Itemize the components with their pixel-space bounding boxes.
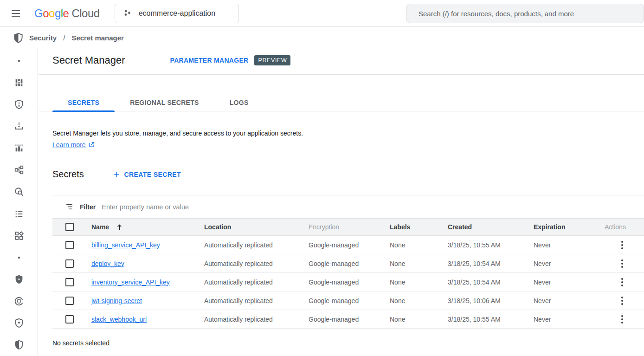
nav-dot-icon-2[interactable] [0, 246, 38, 268]
breadcrumb-section[interactable]: Security [29, 34, 57, 42]
secret-name-link[interactable]: deploy_key [91, 260, 124, 267]
column-header-labels[interactable]: Labels [390, 223, 448, 231]
secrets-section-heading: Secrets [52, 169, 84, 180]
google-wordmark: Google [34, 7, 69, 20]
select-all-checkbox[interactable] [65, 223, 74, 231]
cell-location: Automatically replicated [204, 316, 309, 323]
cell-expiration: Never [534, 316, 594, 323]
table-row: billing_service_API_key Automatically re… [52, 236, 644, 254]
secrets-table: Filter Name Location Encryption Labels C… [52, 195, 644, 329]
cell-created: 3/18/25, 10:55 AM [448, 241, 534, 249]
row-actions-menu-icon[interactable] [617, 258, 628, 269]
cell-labels: None [390, 260, 448, 267]
table-body: billing_service_API_key Automatically re… [52, 236, 644, 329]
cell-labels: None [390, 297, 448, 304]
page-description: Secret Manager lets you store, manage, a… [52, 129, 303, 137]
cell-expiration: Never [534, 297, 594, 304]
column-header-expiration[interactable]: Expiration [534, 223, 594, 231]
nav-dot-icon[interactable] [0, 50, 38, 71]
shield-plus-icon[interactable] [0, 312, 38, 334]
services-grid-icon[interactable] [0, 225, 38, 246]
project-name: ecommerce-application [139, 9, 215, 18]
tab-regional-secrets[interactable]: REGIONAL SECRETS [115, 94, 214, 111]
filter-bar: Filter [52, 195, 644, 218]
overview-icon[interactable] [0, 71, 38, 93]
filter-label: Filter [80, 203, 96, 211]
posture-chart-icon[interactable] [0, 137, 38, 159]
secret-name-link[interactable]: billing_service_API_key [91, 241, 160, 249]
cell-expiration: Never [534, 241, 594, 249]
cell-created: 3/18/25, 10:54 AM [448, 260, 534, 267]
column-header-actions: Actions [594, 223, 644, 231]
security-half-shield-icon[interactable] [0, 334, 38, 356]
table-row: deploy_key Automatically replicated Goog… [52, 254, 644, 273]
breadcrumb: Security / Secret manager [0, 27, 644, 48]
top-app-bar: Google Cloud ecommerce-application [0, 0, 644, 27]
cell-encryption: Google-managed [309, 316, 390, 323]
breadcrumb-page: Secret manager [71, 34, 124, 42]
row-actions-menu-icon[interactable] [617, 277, 628, 288]
threat-search-icon[interactable] [0, 181, 38, 203]
secret-name-link[interactable]: jwt-signing-secret [91, 297, 142, 304]
create-secret-button[interactable]: + CREATE SECRET [114, 169, 181, 179]
breadcrumb-separator: / [62, 34, 66, 42]
sidebar-nav [0, 48, 38, 356]
cell-encryption: Google-managed [309, 241, 390, 249]
findings-inbox-icon[interactable] [0, 115, 38, 137]
google-cloud-logo[interactable]: Google Cloud [34, 7, 100, 20]
cell-expiration: Never [534, 260, 594, 267]
table-row: inventory_service_API_key Automatically … [52, 273, 644, 291]
table-row: slack_webhook_url Automatically replicat… [52, 310, 644, 329]
table-row: jwt-signing-secret Automatically replica… [52, 291, 644, 310]
content-area: Secret Manager PARAMETER MANAGER PREVIEW… [39, 48, 644, 356]
column-header-name[interactable]: Name [91, 223, 109, 231]
column-header-location[interactable]: Location [204, 223, 309, 231]
cell-created: 3/18/25, 10:54 AM [448, 278, 534, 286]
cell-encryption: Google-managed [309, 260, 390, 267]
project-icon [123, 9, 132, 18]
filter-icon [65, 202, 74, 211]
cell-location: Automatically replicated [204, 241, 309, 249]
security-shield-icon [13, 32, 24, 43]
shield-filled-icon[interactable] [0, 268, 38, 290]
cell-labels: None [390, 241, 448, 249]
row-checkbox[interactable] [65, 297, 74, 305]
tab-bar: SECRETS REGIONAL SECRETS LOGS [39, 94, 644, 111]
plus-icon: + [114, 169, 120, 179]
compliance-ring-icon[interactable] [0, 291, 38, 312]
parameter-manager-link[interactable]: PARAMETER MANAGER [170, 57, 249, 64]
secret-name-link[interactable]: inventory_service_API_key [91, 278, 170, 286]
cell-created: 3/18/25, 10:06 AM [448, 297, 534, 304]
column-header-created[interactable]: Created [448, 223, 534, 231]
column-header-encryption: Encryption [309, 223, 390, 231]
row-actions-menu-icon[interactable] [617, 295, 628, 306]
row-checkbox[interactable] [65, 278, 74, 286]
filter-input[interactable] [102, 203, 389, 211]
search-bar[interactable] [406, 4, 644, 23]
asset-hierarchy-icon[interactable] [0, 159, 38, 181]
menu-icon[interactable] [9, 7, 22, 20]
row-actions-menu-icon[interactable] [617, 239, 628, 251]
search-input[interactable] [419, 10, 632, 18]
project-selector[interactable]: ecommerce-application [115, 4, 239, 23]
threats-shield-icon[interactable] [0, 93, 38, 115]
cell-created: 3/18/25, 10:55 AM [448, 316, 534, 323]
findings-list-icon[interactable] [0, 203, 38, 225]
row-checkbox[interactable] [65, 259, 74, 268]
external-link-icon [88, 142, 95, 148]
sort-ascending-icon[interactable] [116, 223, 123, 231]
cell-expiration: Never [534, 278, 594, 286]
cell-location: Automatically replicated [204, 297, 309, 304]
row-checkbox[interactable] [65, 241, 74, 249]
row-checkbox[interactable] [65, 315, 74, 324]
table-header-row: Name Location Encryption Labels Created … [52, 218, 644, 236]
tab-logs[interactable]: LOGS [214, 94, 264, 111]
cell-location: Automatically replicated [204, 278, 309, 286]
cell-labels: None [390, 316, 448, 323]
tab-secrets[interactable]: SECRETS [52, 94, 115, 111]
row-actions-menu-icon[interactable] [617, 314, 628, 325]
learn-more-link[interactable]: Learn more [52, 141, 86, 149]
header-divider [39, 74, 644, 75]
selection-status-text: No secrets selected [52, 339, 109, 347]
secret-name-link[interactable]: slack_webhook_url [91, 316, 147, 323]
